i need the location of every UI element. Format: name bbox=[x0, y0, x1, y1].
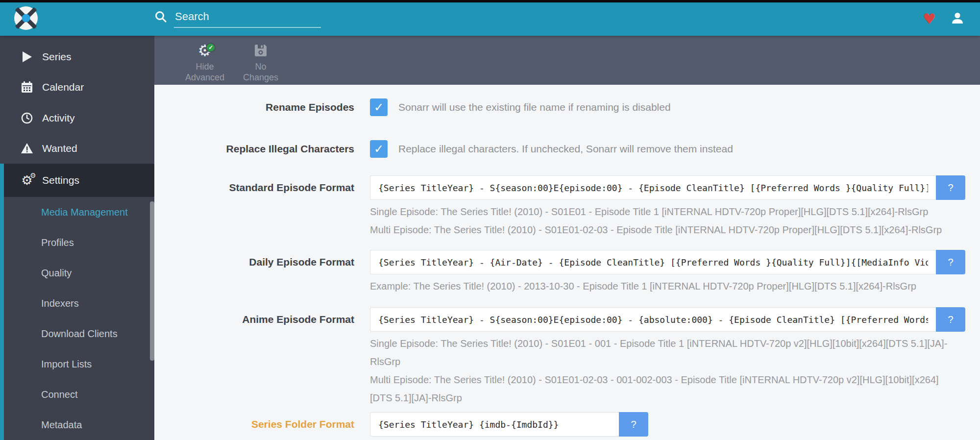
play-icon bbox=[21, 51, 33, 63]
replace-illegal-characters-label: Replace Illegal Characters bbox=[154, 143, 370, 155]
app-logo-area[interactable] bbox=[0, 5, 154, 33]
daily-episode-example: Example: The Series Title! (2010) - 2013… bbox=[370, 277, 958, 295]
app-header: ♥ bbox=[0, 2, 980, 36]
save-icon bbox=[254, 42, 268, 59]
standard-episode-format-row: Standard Episode Format ? Single Episode… bbox=[154, 175, 980, 239]
daily-episode-format-label: Daily Episode Format bbox=[154, 250, 370, 295]
daily-episode-format-input[interactable] bbox=[370, 250, 936, 274]
media-management-form: Rename Episodes ✓ Sonarr will use the ex… bbox=[154, 85, 980, 440]
series-folder-help-button[interactable]: ? bbox=[619, 412, 648, 437]
daily-episode-format-row: Daily Episode Format ? Example: The Seri… bbox=[154, 250, 980, 295]
sidebar-subitem-label: Connect bbox=[41, 389, 78, 400]
sidebar-item-settings[interactable]: ⚙⚙ Settings bbox=[4, 164, 154, 197]
sidebar-subitem-label: Import Lists bbox=[41, 359, 92, 370]
page-toolbar: ⚙ ✓ HideAdvanced NoChanges bbox=[154, 36, 980, 85]
sidebar-item-connect[interactable]: Connect bbox=[4, 379, 154, 410]
sidebar-item-quality[interactable]: Quality bbox=[4, 258, 154, 288]
search-icon bbox=[154, 10, 167, 28]
sidebar-subitem-label: Download Clients bbox=[41, 328, 118, 340]
series-folder-format-label: Series Folder Format bbox=[154, 412, 370, 437]
anime-episode-format-input[interactable] bbox=[370, 307, 936, 332]
anime-multi-episode-example: Multi Episode: The Series Title! (2010) … bbox=[370, 371, 958, 407]
sidebar-item-download-clients[interactable]: Download Clients bbox=[4, 318, 154, 349]
sidebar-item-label: Calendar bbox=[42, 81, 84, 93]
gears-icon: ⚙⚙ bbox=[21, 174, 33, 187]
standard-episode-format-input[interactable] bbox=[370, 175, 936, 200]
heart-icon[interactable]: ♥ bbox=[923, 12, 936, 26]
standard-format-help-button[interactable]: ? bbox=[936, 175, 965, 200]
standard-multi-episode-example: Multi Episode: The Series Title! (2010) … bbox=[370, 221, 958, 239]
no-changes-button[interactable]: NoChanges bbox=[237, 36, 284, 83]
sidebar-item-label: Series bbox=[42, 51, 72, 63]
standard-single-episode-example: Single Episode: The Series Title! (2010)… bbox=[370, 203, 958, 221]
replace-illegal-characters-row: Replace Illegal Characters ✓ Replace ill… bbox=[154, 140, 980, 158]
user-icon[interactable] bbox=[951, 11, 964, 27]
sidebar-item-wanted[interactable]: Wanted bbox=[0, 133, 154, 164]
sidebar-item-series[interactable]: Series bbox=[0, 42, 154, 72]
anime-format-help-button[interactable]: ? bbox=[936, 307, 965, 332]
check-icon: ✓ bbox=[374, 142, 384, 156]
sidebar-item-label: Activity bbox=[42, 112, 75, 124]
anime-episode-format-row: Anime Episode Format ? Single Episode: T… bbox=[154, 307, 980, 407]
calendar-icon bbox=[21, 81, 33, 93]
rename-episodes-help: Sonarr will use the existing file name i… bbox=[398, 101, 671, 113]
daily-format-help-button[interactable]: ? bbox=[936, 250, 965, 274]
anime-episode-format-label: Anime Episode Format bbox=[154, 307, 370, 407]
search-area bbox=[154, 10, 321, 28]
rename-episodes-row: Rename Episodes ✓ Sonarr will use the ex… bbox=[154, 98, 980, 117]
sonarr-logo bbox=[13, 5, 39, 33]
replace-illegal-characters-help: Replace illegal characters. If unchecked… bbox=[398, 143, 733, 155]
replace-illegal-characters-checkbox[interactable]: ✓ bbox=[370, 140, 388, 158]
check-icon: ✓ bbox=[374, 100, 384, 114]
search-input[interactable] bbox=[174, 10, 321, 28]
hide-advanced-button[interactable]: ⚙ ✓ HideAdvanced bbox=[181, 36, 228, 83]
sidebar-item-calendar[interactable]: Calendar bbox=[0, 72, 154, 102]
sidebar-item-profiles[interactable]: Profiles bbox=[4, 227, 154, 258]
series-folder-format-row: Series Folder Format ? bbox=[154, 412, 980, 437]
sidebar-scrollbar[interactable] bbox=[150, 201, 154, 361]
sidebar-item-media-management[interactable]: Media Management bbox=[4, 197, 154, 227]
sidebar-subitem-label: Metadata bbox=[41, 419, 82, 431]
sidebar-item-indexers[interactable]: Indexers bbox=[4, 288, 154, 318]
sidebar: Series Calendar bbox=[0, 36, 154, 440]
rename-episodes-label: Rename Episodes bbox=[154, 101, 370, 113]
sidebar-subitem-label: Media Management bbox=[41, 207, 128, 218]
clock-icon bbox=[21, 112, 33, 124]
green-check-badge: ✓ bbox=[206, 43, 216, 52]
sidebar-settings-group: ⚙⚙ Settings Media Management Profiles Qu… bbox=[0, 164, 154, 440]
sidebar-item-label: Settings bbox=[42, 174, 79, 186]
sidebar-subitem-label: Profiles bbox=[41, 237, 74, 248]
sidebar-subitem-label: Quality bbox=[41, 268, 72, 279]
sidebar-item-label: Wanted bbox=[42, 143, 77, 154]
advanced-gear-check-icon: ⚙ ✓ bbox=[198, 42, 212, 59]
sidebar-item-activity[interactable]: Activity bbox=[0, 103, 154, 133]
rename-episodes-checkbox[interactable]: ✓ bbox=[370, 98, 388, 116]
warning-icon bbox=[21, 143, 33, 154]
sidebar-subitem-label: Indexers bbox=[41, 298, 79, 309]
sidebar-item-import-lists[interactable]: Import Lists bbox=[4, 349, 154, 379]
series-folder-format-input[interactable] bbox=[370, 412, 619, 437]
standard-episode-format-label: Standard Episode Format bbox=[154, 175, 370, 239]
anime-single-episode-example: Single Episode: The Series Title! (2010)… bbox=[370, 335, 958, 371]
sidebar-item-metadata[interactable]: Metadata bbox=[4, 410, 154, 440]
